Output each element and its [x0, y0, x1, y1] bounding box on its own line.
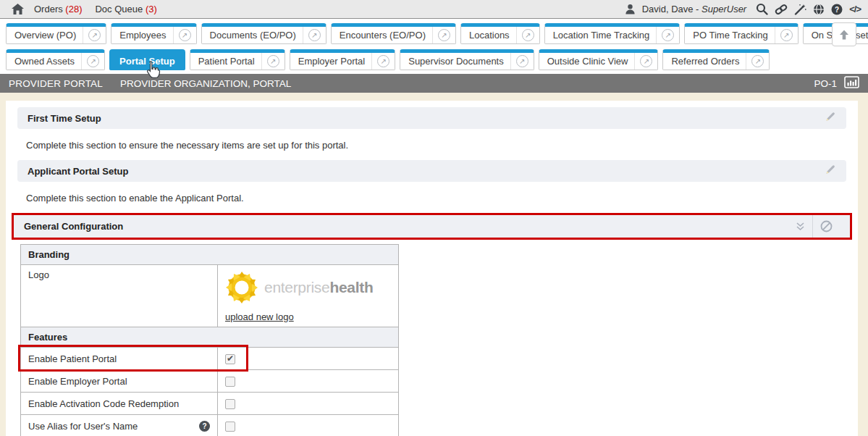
scroll-top-button[interactable]	[832, 22, 856, 46]
nav-orders-count: (28)	[65, 4, 82, 14]
popout-button[interactable]: ↗	[371, 53, 395, 70]
section-title: General Configuration	[24, 221, 123, 232]
tab-label: Employees	[111, 27, 172, 43]
enable-activation-code-redemption-checkbox[interactable]	[225, 399, 235, 409]
popout-icon: ↗	[751, 55, 764, 67]
popout-icon: ↗	[438, 29, 450, 41]
feature-label: Enable Patient Portal	[28, 353, 117, 364]
nav-doc-queue[interactable]: Doc Queue (3)	[95, 4, 156, 14]
tab-overview-po[interactable]: Overview (PO)↗	[6, 23, 106, 44]
home-icon[interactable]	[12, 4, 24, 14]
feature-row-enable-patient-portal: Enable Patient Portal	[21, 348, 399, 370]
popout-button[interactable]: ↗	[516, 27, 539, 43]
popout-button[interactable]: ↗	[510, 53, 534, 70]
enable-patient-portal-checkbox[interactable]	[225, 354, 235, 364]
tab-po-time-tracking[interactable]: PO Time Tracking↗	[684, 23, 798, 44]
tab-supervisor-documents[interactable]: Supervisor Documents↗	[400, 49, 534, 70]
popout-button[interactable]: ↗	[634, 53, 657, 70]
help-icon[interactable]: ?	[831, 4, 843, 15]
tab-label: Overview (PO)	[7, 27, 83, 43]
globe-icon[interactable]	[813, 4, 825, 15]
brand-light-text: enterprise	[264, 279, 329, 295]
feature-row-enable-activation-code-redemption: Enable Activation Code Redemption	[21, 393, 399, 415]
popout-icon: ↗	[780, 29, 793, 41]
popout-button[interactable]: ↗	[173, 27, 196, 43]
user-role: SuperUser	[701, 4, 746, 14]
popout-button[interactable]: ↗	[81, 53, 104, 70]
feature-label: Enable Employer Portal	[28, 376, 127, 387]
tab-documents-eo-po[interactable]: Documents (EO/PO)↗	[201, 23, 326, 44]
section-first-time-setup[interactable]: First Time Setup	[17, 107, 846, 129]
section-title: Applicant Portal Setup	[28, 166, 128, 177]
enable-employer-portal-checkbox[interactable]	[225, 377, 235, 387]
tab-label: PO Time Tracking	[685, 27, 774, 43]
tab-label: Owned Assets	[7, 53, 81, 70]
popout-button[interactable]: ↗	[83, 27, 106, 43]
tab-row-2: Owned Assets↗ Portal Setup Patient Porta…	[6, 49, 862, 70]
tab-portal-setup[interactable]: Portal Setup	[109, 49, 185, 70]
popout-button[interactable]: ↗	[432, 27, 455, 43]
context-bar-right: PO-1	[814, 76, 859, 91]
tab-label: Employer Portal	[290, 53, 371, 70]
group-header-features: Features	[21, 327, 399, 348]
chart-icon[interactable]	[844, 76, 859, 91]
wand-icon[interactable]	[794, 4, 806, 15]
popout-button[interactable]: ↗	[261, 53, 285, 70]
context-title: PROVIDER PORTAL	[9, 78, 103, 89]
section-description: Complete this section to ensure the nece…	[26, 140, 839, 151]
popout-button[interactable]: ↗	[303, 27, 326, 43]
section-applicant-portal-setup[interactable]: Applicant Portal Setup	[17, 160, 846, 182]
nav-doc-queue-count: (3)	[146, 4, 157, 14]
tab-encounters-eo-po[interactable]: Encounters (EO/PO)↗	[331, 23, 456, 44]
logo-label: Logo	[21, 265, 218, 327]
tab-owned-assets[interactable]: Owned Assets↗	[6, 49, 105, 70]
tab-location-time-tracking[interactable]: Location Time Tracking↗	[544, 23, 681, 44]
code-icon[interactable]: </>	[849, 4, 861, 14]
section-title: First Time Setup	[28, 113, 101, 124]
content-area: First Time Setup Complete this section t…	[6, 101, 858, 436]
use-alias-checkbox[interactable]	[225, 422, 235, 432]
tab-label: Documents (EO/PO)	[202, 27, 303, 43]
group-header-row: Features	[21, 327, 399, 348]
feature-label: Use Alias for User's Name	[28, 421, 138, 432]
tab-label: Patient Portal	[190, 53, 261, 70]
upload-new-logo-link[interactable]: upload new logo	[225, 311, 294, 322]
tab-outside-clinic-view[interactable]: Outside Clinic View↗	[539, 49, 659, 70]
record-badge: PO-1	[814, 78, 837, 89]
popout-button[interactable]: ↗	[746, 53, 769, 70]
brand-wordmark: enterprisehealth	[264, 279, 373, 296]
search-icon[interactable]	[756, 3, 768, 15]
tab-locations[interactable]: Locations↗	[460, 23, 540, 44]
link-icon[interactable]	[775, 4, 788, 15]
page: Orders (28) Doc Queue (3) David, Dave - …	[0, 0, 868, 436]
popout-icon: ↗	[88, 29, 101, 41]
top-bar-right: David, Dave - SuperUser ? </>	[625, 3, 861, 15]
section-description: Complete this section to enable the Appl…	[26, 193, 839, 204]
nav-orders-label: Orders	[34, 4, 63, 14]
tab-employees[interactable]: Employees↗	[111, 23, 196, 44]
popout-icon: ↗	[267, 55, 279, 67]
disable-slash-icon[interactable]	[813, 220, 840, 232]
tab-employer-portal[interactable]: Employer Portal↗	[290, 49, 395, 70]
top-nav: Orders (28) Doc Queue (3)	[34, 4, 157, 14]
tab-referred-orders[interactable]: Referred Orders↗	[662, 49, 770, 70]
popout-button[interactable]: ↗	[656, 27, 679, 43]
configuration-table: Branding Logo	[20, 244, 852, 436]
tab-label: Encounters (EO/PO)	[332, 27, 432, 43]
popout-button[interactable]: ↗	[775, 27, 798, 43]
tab-label: Locations	[461, 27, 516, 43]
context-subtitle: PROVIDER ORGANIZATION, PORTAL	[120, 78, 291, 89]
feature-row-enable-employer-portal: Enable Employer Portal	[21, 370, 399, 393]
collapse-chevrons-icon[interactable]	[788, 222, 812, 232]
tab-patient-portal[interactable]: Patient Portal↗	[190, 49, 285, 70]
edit-pencil-icon[interactable]	[825, 111, 836, 125]
user-label[interactable]: David, Dave - SuperUser	[642, 4, 747, 14]
section-general-configuration[interactable]: General Configuration	[14, 215, 850, 238]
nav-orders[interactable]: Orders (28)	[34, 4, 82, 14]
context-title-bar: PROVIDER PORTAL PROVIDER ORGANIZATION, P…	[0, 74, 868, 93]
edit-pencil-icon[interactable]	[825, 164, 836, 178]
popout-icon: ↗	[522, 29, 534, 41]
field-help-icon[interactable]: ?	[199, 421, 210, 432]
tab-label: Referred Orders	[663, 53, 746, 70]
tab-row-1: Overview (PO)↗ Employees↗ Documents (EO/…	[6, 23, 862, 44]
